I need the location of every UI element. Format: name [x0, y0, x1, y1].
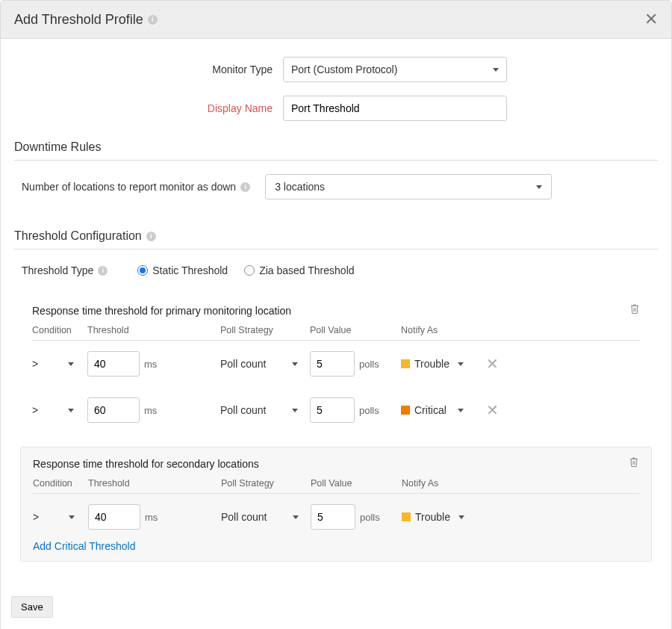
locations-select[interactable]: 3 locations: [265, 174, 552, 199]
threshold-input[interactable]: [88, 504, 140, 530]
add-critical-threshold-link[interactable]: Add Critical Threshold: [33, 540, 135, 552]
trash-icon: [629, 456, 639, 468]
info-icon[interactable]: i: [240, 182, 250, 192]
threshold-config-title: Threshold Configuration i: [14, 223, 658, 250]
chevron-down-icon: [458, 515, 464, 519]
threshold-row: > ms Poll count: [32, 341, 640, 379]
poll-value-input[interactable]: [310, 351, 355, 377]
display-name-label: Display Name: [14, 102, 283, 114]
threshold-type-row: Threshold Type i Static Threshold Zia ba…: [14, 260, 658, 288]
status-swatch-trouble: [402, 512, 411, 521]
remove-row-button[interactable]: ✕: [486, 403, 499, 418]
primary-block-title: Response time threshold for primary moni…: [32, 305, 291, 317]
primary-block-header: Response time threshold for primary moni…: [32, 303, 640, 317]
locations-row: Number of locations to report monitor as…: [14, 171, 658, 217]
dialog-header: Add Threshold Profile i ✕: [1, 1, 671, 39]
col-notify-as: Notify As: [402, 478, 476, 489]
info-icon[interactable]: i: [98, 266, 108, 276]
dialog-body: Monitor Type Port (Custom Protocol) Disp…: [1, 39, 671, 587]
unit-ms: ms: [145, 512, 158, 523]
threshold-type-label-text: Threshold Type: [22, 264, 93, 276]
unit-polls: polls: [359, 359, 379, 370]
unit-polls: polls: [360, 512, 380, 523]
col-poll-value: Poll Value: [311, 478, 402, 489]
poll-strategy-value: Poll count: [220, 358, 266, 370]
trash-icon: [629, 303, 640, 314]
condition-select[interactable]: >: [33, 511, 75, 523]
downtime-title-text: Downtime Rules: [14, 140, 101, 154]
threshold-type-radios: Static Threshold Zia based Threshold: [137, 264, 354, 276]
chevron-down-icon: [536, 185, 542, 189]
radio-zia-label: Zia based Threshold: [259, 264, 354, 276]
info-icon[interactable]: i: [146, 232, 156, 241]
notify-as-value: Trouble: [415, 511, 450, 523]
unit-ms: ms: [144, 359, 157, 370]
col-strategy: Poll Strategy: [221, 478, 311, 489]
notify-as-select[interactable]: Critical: [401, 404, 464, 416]
dialog-title: Add Threshold Profile i: [14, 12, 158, 28]
monitor-type-select[interactable]: Port (Custom Protocol): [283, 57, 507, 82]
delete-primary-button[interactable]: [629, 303, 640, 317]
delete-secondary-button[interactable]: [629, 456, 639, 471]
secondary-threshold-block: Response time threshold for secondary lo…: [20, 447, 652, 562]
downtime-section-title: Downtime Rules: [14, 134, 658, 161]
poll-strategy-select[interactable]: Poll count: [220, 358, 298, 370]
condition-select[interactable]: >: [32, 404, 74, 416]
threshold-row: > ms Poll count: [32, 379, 640, 426]
radio-icon: [137, 265, 148, 276]
radio-icon: [244, 265, 255, 276]
downtime-rules-section: Downtime Rules Number of locations to re…: [14, 134, 658, 217]
threshold-input[interactable]: [87, 351, 140, 377]
chevron-down-icon: [69, 515, 75, 519]
notify-as-select[interactable]: Trouble: [401, 358, 464, 370]
secondary-column-headers: Condition Threshold Poll Strategy Poll V…: [33, 478, 639, 494]
close-button[interactable]: ✕: [644, 11, 658, 28]
secondary-block-header: Response time threshold for secondary lo…: [33, 456, 639, 471]
col-threshold: Threshold: [87, 325, 220, 335]
condition-value: >: [32, 404, 38, 416]
radio-static-label: Static Threshold: [152, 264, 228, 276]
radio-zia-threshold[interactable]: Zia based Threshold: [244, 264, 354, 276]
locations-label: Number of locations to report monitor as…: [22, 181, 250, 193]
condition-value: >: [33, 511, 39, 523]
secondary-block-title: Response time threshold for secondary lo…: [33, 458, 259, 470]
col-poll-value: Poll Value: [310, 325, 401, 335]
threshold-input[interactable]: [87, 397, 140, 423]
status-swatch-trouble: [401, 359, 410, 368]
chevron-down-icon: [292, 362, 298, 366]
radio-static-threshold[interactable]: Static Threshold: [137, 264, 228, 276]
threshold-type-label: Threshold Type i: [22, 264, 108, 276]
poll-value-input[interactable]: [310, 397, 355, 423]
poll-strategy-value: Poll count: [221, 511, 267, 523]
col-threshold: Threshold: [88, 478, 221, 489]
unit-polls: polls: [359, 405, 379, 416]
chevron-down-icon: [292, 409, 298, 412]
threshold-config-title-text: Threshold Configuration: [14, 229, 142, 243]
save-button[interactable]: Save: [11, 596, 53, 618]
remove-row-button[interactable]: ✕: [486, 356, 499, 371]
display-name-input[interactable]: [283, 96, 507, 121]
condition-select[interactable]: >: [32, 358, 74, 370]
monitor-type-label: Monitor Type: [14, 63, 283, 75]
condition-value: >: [32, 358, 38, 370]
chevron-down-icon: [68, 362, 74, 366]
col-strategy: Poll Strategy: [220, 325, 310, 335]
poll-strategy-select[interactable]: Poll count: [221, 511, 299, 523]
chevron-down-icon: [493, 68, 499, 72]
threshold-config-section: Threshold Configuration i Threshold Type…: [14, 223, 658, 562]
primary-threshold-block: Response time threshold for primary moni…: [20, 294, 652, 435]
dialog-footer: Save: [1, 587, 671, 629]
col-condition: Condition: [33, 478, 88, 489]
primary-column-headers: Condition Threshold Poll Strategy Poll V…: [32, 325, 640, 341]
col-condition: Condition: [32, 325, 87, 335]
display-name-row: Display Name: [14, 96, 658, 121]
notify-as-value: Trouble: [414, 358, 449, 370]
notify-as-select[interactable]: Trouble: [402, 511, 464, 523]
add-threshold-dialog: Add Threshold Profile i ✕ Monitor Type P…: [0, 0, 672, 629]
poll-strategy-select[interactable]: Poll count: [220, 404, 298, 416]
threshold-row: > ms Poll count: [33, 494, 639, 533]
info-icon[interactable]: i: [148, 15, 158, 25]
chevron-down-icon: [458, 362, 464, 366]
chevron-down-icon: [293, 515, 299, 519]
poll-value-input[interactable]: [311, 504, 355, 530]
